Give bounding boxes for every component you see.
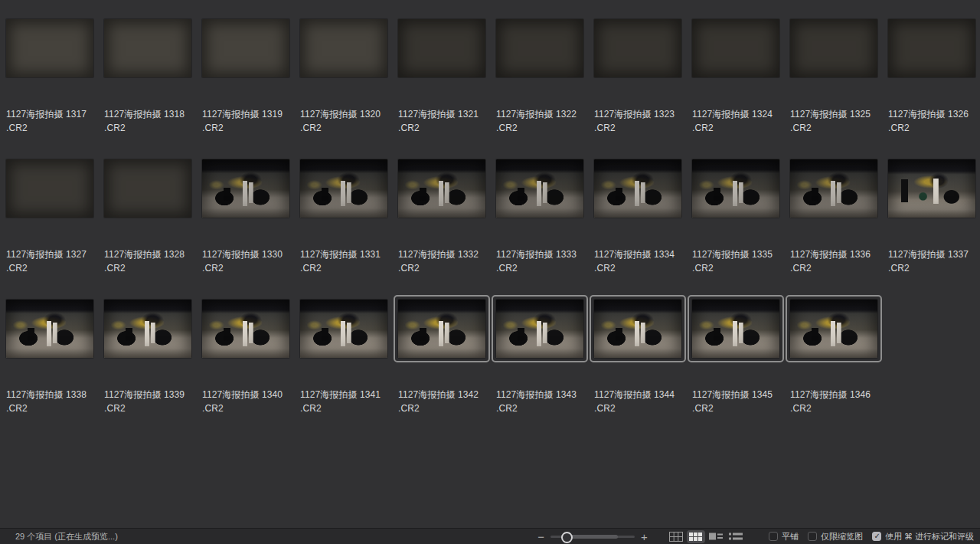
file-name-line1: 1127海报拍摄 1345 — [692, 388, 784, 401]
file-item[interactable]: 1127海报拍摄 1342.CR2 — [392, 300, 490, 440]
file-name-line1: 1127海报拍摄 1323 — [594, 107, 686, 121]
file-name: 1127海报拍摄 1344.CR2 — [594, 388, 686, 415]
file-name: 1127海报拍摄 1319.CR2 — [202, 107, 294, 135]
file-item[interactable]: 1127海报拍摄 1326.CR2 — [882, 19, 980, 159]
zoom-out-button[interactable]: − — [536, 531, 546, 542]
file-item[interactable]: 1127海报拍摄 1330.CR2 — [196, 159, 294, 300]
file-item[interactable]: 1127海报拍摄 1321.CR2 — [392, 19, 490, 159]
file-name-line1: 1127海报拍摄 1336 — [790, 247, 882, 261]
file-thumbnail[interactable] — [6, 159, 93, 218]
file-thumbnail[interactable] — [692, 300, 779, 358]
file-name-line1: 1127海报拍摄 1320 — [300, 107, 392, 121]
file-item[interactable]: 1127海报拍摄 1325.CR2 — [784, 19, 882, 159]
file-item[interactable]: 1127海报拍摄 1322.CR2 — [490, 19, 588, 159]
file-name: 1127海报拍摄 1336.CR2 — [790, 247, 882, 275]
file-thumbnail[interactable] — [202, 159, 289, 218]
file-thumbnail[interactable] — [692, 159, 779, 218]
cmd-rating-checkbox-label[interactable]: 使用 ⌘ 进行标记和评级 — [885, 531, 974, 542]
file-item[interactable]: 1127海报拍摄 1338.CR2 — [0, 300, 98, 440]
file-thumbnail[interactable] — [300, 19, 387, 77]
photo-preview — [398, 19, 485, 77]
tile-checkbox[interactable] — [769, 532, 778, 541]
file-name-line1: 1127海报拍摄 1338 — [6, 388, 98, 401]
file-item[interactable]: 1127海报拍摄 1323.CR2 — [588, 19, 686, 159]
file-thumbnail[interactable] — [888, 19, 975, 77]
file-item[interactable]: 1127海报拍摄 1343.CR2 — [490, 300, 588, 440]
file-item[interactable]: 1127海报拍摄 1328.CR2 — [98, 159, 196, 300]
list-thumbnail-view-button[interactable] — [707, 530, 725, 543]
file-item[interactable]: 1127海报拍摄 1324.CR2 — [686, 19, 784, 159]
file-item[interactable]: 1127海报拍摄 1346.CR2 — [784, 300, 882, 440]
tile-checkbox-label[interactable]: 平铺 — [782, 531, 799, 542]
file-item[interactable]: 1127海报拍摄 1340.CR2 — [196, 300, 294, 440]
gallery-view-button[interactable] — [667, 530, 685, 543]
slider-knob[interactable] — [561, 532, 573, 543]
thumbnails-only-checkbox[interactable] — [808, 532, 817, 541]
file-thumbnail[interactable] — [594, 159, 681, 218]
file-item[interactable]: 1127海报拍摄 1345.CR2 — [686, 300, 784, 440]
file-item[interactable]: 1127海报拍摄 1320.CR2 — [294, 19, 392, 159]
thumbnail-size-slider[interactable] — [550, 531, 635, 542]
file-thumbnail[interactable] — [398, 19, 485, 77]
file-thumbnail[interactable] — [6, 19, 93, 77]
file-item[interactable]: 1127海报拍摄 1339.CR2 — [98, 300, 196, 440]
file-name: 1127海报拍摄 1340.CR2 — [202, 388, 294, 415]
file-thumbnail[interactable] — [790, 300, 877, 358]
file-thumbnail[interactable] — [104, 19, 191, 77]
file-thumbnail[interactable] — [888, 159, 975, 218]
file-thumbnail[interactable] — [6, 300, 93, 358]
file-thumbnail[interactable] — [594, 19, 681, 77]
file-item[interactable]: 1127海报拍摄 1332.CR2 — [392, 159, 490, 300]
file-thumbnail[interactable] — [104, 300, 191, 358]
thumbnails-only-option[interactable]: 仅限缩览图 — [808, 531, 863, 542]
file-thumbnail[interactable] — [496, 159, 583, 218]
file-extension-line: .CR2 — [104, 401, 196, 415]
file-thumbnail[interactable] — [300, 300, 387, 358]
file-thumbnail[interactable] — [300, 159, 387, 218]
file-thumbnail[interactable] — [398, 159, 485, 218]
photo-preview — [202, 159, 289, 218]
file-name: 1127海报拍摄 1331.CR2 — [300, 247, 392, 275]
file-item[interactable]: 1127海报拍摄 1335.CR2 — [686, 159, 784, 300]
file-name: 1127海报拍摄 1332.CR2 — [398, 247, 490, 275]
file-name-line1: 1127海报拍摄 1340 — [202, 388, 294, 401]
file-thumbnail[interactable] — [496, 300, 583, 358]
cmd-rating-option[interactable]: 使用 ⌘ 进行标记和评级 — [872, 531, 974, 542]
file-name: 1127海报拍摄 1333.CR2 — [496, 247, 588, 275]
file-thumbnail[interactable] — [202, 19, 289, 77]
file-item[interactable]: 1127海报拍摄 1334.CR2 — [588, 159, 686, 300]
file-item[interactable]: 1127海报拍摄 1341.CR2 — [294, 300, 392, 440]
file-name: 1127海报拍摄 1337.CR2 — [888, 247, 980, 275]
photo-preview — [398, 159, 485, 218]
file-thumbnail[interactable] — [398, 300, 485, 358]
photo-preview — [6, 159, 93, 218]
file-name-line1: 1127海报拍摄 1333 — [496, 247, 588, 261]
file-thumbnail[interactable] — [692, 19, 779, 77]
list-view-button[interactable] — [727, 530, 745, 543]
zoom-in-button[interactable]: + — [639, 531, 649, 542]
grid-view-button[interactable] — [687, 530, 705, 543]
option-checkboxes: 平铺 仅限缩览图 使用 ⌘ 进行标记和评级 — [760, 531, 974, 542]
file-item[interactable]: 1127海报拍摄 1318.CR2 — [98, 19, 196, 159]
thumbnails-only-checkbox-label[interactable]: 仅限缩览图 — [821, 531, 863, 542]
photo-preview — [790, 300, 877, 358]
file-item[interactable]: 1127海报拍摄 1344.CR2 — [588, 300, 686, 440]
photo-preview — [692, 159, 779, 218]
file-thumbnail[interactable] — [202, 300, 289, 358]
tile-option[interactable]: 平铺 — [769, 531, 799, 542]
file-thumbnail[interactable] — [496, 19, 583, 77]
file-extension-line: .CR2 — [692, 261, 784, 275]
file-name-line1: 1127海报拍摄 1343 — [496, 388, 588, 401]
file-item[interactable]: 1127海报拍摄 1337.CR2 — [882, 159, 980, 300]
cmd-rating-checkbox[interactable] — [872, 532, 881, 541]
file-item[interactable]: 1127海报拍摄 1333.CR2 — [490, 159, 588, 300]
file-thumbnail[interactable] — [790, 19, 877, 77]
file-thumbnail[interactable] — [790, 159, 877, 218]
file-thumbnail[interactable] — [104, 159, 191, 218]
file-item[interactable]: 1127海报拍摄 1319.CR2 — [196, 19, 294, 159]
file-item[interactable]: 1127海报拍摄 1317.CR2 — [0, 19, 98, 159]
file-thumbnail[interactable] — [594, 300, 681, 358]
file-item[interactable]: 1127海报拍摄 1327.CR2 — [0, 159, 98, 300]
file-item[interactable]: 1127海报拍摄 1336.CR2 — [784, 159, 882, 300]
file-item[interactable]: 1127海报拍摄 1331.CR2 — [294, 159, 392, 300]
